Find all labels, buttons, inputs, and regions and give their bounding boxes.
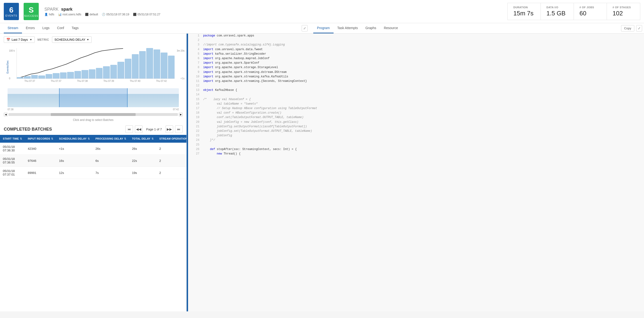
bar-20 [161, 53, 167, 79]
success-badge: S SUCCESS [24, 3, 39, 20]
stat-value: 102 [612, 10, 634, 17]
right-tab-program[interactable]: Program [313, 23, 334, 33]
bar-chart: Events/Sec 100 k 0 3m 20s <1s Thu 07:37T… [0, 46, 186, 88]
line-code: val jobConfig = new JobConf(conf, this.g… [203, 120, 298, 124]
bar-15 [125, 59, 131, 79]
x-axis: Thu 07:37Thu 07:37Thu 07:38Thu 07:39Thu … [16, 79, 174, 82]
col-header-processing-delay[interactable]: PROCESSING DELAY⇅ [92, 135, 129, 143]
overview-selection [59, 88, 128, 107]
line-number: 7 [190, 61, 200, 65]
left-tab-errors[interactable]: Errors [22, 23, 38, 33]
bar-10 [89, 69, 96, 79]
stat-value: 60 [580, 10, 601, 17]
line-code: conf.set(TableOutputFormat.OUTPUT_TABLE,… [203, 115, 304, 120]
bar-2 [31, 75, 38, 79]
code-line: 3//import com.typesafe.scalalogging.slf4… [188, 43, 644, 47]
line-code: jobConfig [203, 133, 232, 138]
namespace-icon: ⬛ [85, 13, 88, 16]
line-code: }*/ [203, 138, 215, 142]
x-label-5: Thu 07:42 [156, 80, 167, 82]
line-code: import kafka.serializer.StringDecoder [203, 52, 266, 56]
cell-r1-c5: 2 [156, 155, 186, 167]
scroll-left-button[interactable]: ◀ [4, 113, 8, 116]
y-axis-label: Events/Sec [6, 60, 9, 74]
col-header-stream-operations[interactable]: STREAM OPERATIONS⇅ [156, 135, 186, 143]
scheduling-delay-button[interactable]: SCHEDULING DELAY ▼ [52, 37, 92, 43]
line-number: 8 [190, 65, 200, 70]
left-tab-tags[interactable]: Tags [68, 23, 82, 33]
copy-button[interactable]: Copy [621, 25, 634, 32]
left-tab-conf[interactable]: Conf [54, 23, 68, 33]
scroll-right-button[interactable]: ▶ [179, 113, 182, 116]
code-line: 5import kafka.serializer.StringDecoder [188, 52, 644, 56]
line-number: 6 [190, 56, 200, 61]
line-number: 10 [190, 75, 200, 79]
line-code: jobConfig.set(TableOutputFormat.OUTPUT_T… [203, 129, 312, 133]
events-count: 6 [9, 6, 14, 14]
line-code: new Thread() { [203, 152, 240, 156]
sort-icon: ⇅ [124, 137, 126, 140]
col-header-total-delay[interactable]: TOTAL DELAY⇅ [129, 135, 156, 143]
date-range-label: Last 7 Days [12, 38, 28, 41]
bars-container [16, 48, 174, 79]
left-expand-button[interactable]: ⤢ [302, 25, 308, 32]
main-tabs-bar: StreamErrorsLogsConfTags ⤢ ProgramTask A… [0, 23, 644, 34]
scroll-thumb[interactable] [51, 113, 136, 116]
right-tab-resource[interactable]: Resource [380, 23, 402, 33]
namespace: default [90, 13, 98, 16]
stat-box: DURATION15m 7s [508, 3, 541, 20]
bar-17 [139, 51, 146, 79]
overview-left-label: 07:38 [8, 108, 14, 111]
user-info: 👤 hdfs [44, 13, 54, 16]
cell-r1-c4: 22s [129, 155, 156, 167]
col-header-input-records[interactable]: INPUT RECORDS⇅ [25, 135, 56, 143]
line-number: 13 [190, 88, 200, 92]
code-line: 7import org.apache.spark.SparkConf [188, 61, 644, 65]
right-expand-button[interactable]: ⤢ [636, 25, 642, 32]
stat-label: DATA I/O [546, 6, 568, 9]
stat-box: DATA I/O1.5 GB [541, 3, 574, 20]
x-label-4: Thu 07:40 [130, 80, 140, 82]
col-header-scheduling-delay[interactable]: SCHEDULING DELAY⇅ [56, 135, 92, 143]
date-range-button[interactable]: 📅 Last 7 Days ▼ [4, 37, 35, 43]
cell-r2-c3: 7s [92, 167, 129, 179]
overview-section: 07:38 07:42 [4, 88, 182, 112]
col-header-start-time[interactable]: START TIME⇅ [0, 135, 25, 143]
code-line: 13object Kafka2Hbase { [188, 88, 644, 92]
left-tab-logs[interactable]: Logs [38, 23, 53, 33]
line-code: def stopAfter(ssc: StreamingContext, sec… [203, 147, 297, 152]
code-line: 21 jobConfig.setOutputFormat(classOf[Tab… [188, 124, 644, 129]
start-time-info: 🕐 05/31/18 07:36:19 [102, 13, 129, 16]
first-page-button[interactable]: ⏮ [126, 125, 133, 133]
success-label: SUCCESS [24, 15, 38, 17]
right-tab-graphs[interactable]: Graphs [362, 23, 380, 33]
right-tabs: ProgramTask AttemptsGraphsResource [310, 23, 406, 33]
cell-r2-c1: 89991 [25, 167, 56, 179]
stat-value: 15m 7s [513, 10, 535, 17]
bar-14 [118, 62, 124, 79]
last-page-button[interactable]: ⏭ [175, 125, 182, 133]
app-name-row: SPARK spark [44, 7, 160, 12]
namespace-info: ⬛ default [85, 13, 98, 16]
code-line: 2 [188, 38, 644, 43]
right-panel: 1package com.unravel.spark.apps23//impor… [187, 34, 644, 311]
cell-r1-c3: 6s [92, 155, 129, 167]
overview-chart[interactable] [8, 88, 179, 107]
code-line: 19 conf.set(TableOutputFormat.OUTPUT_TAB… [188, 115, 644, 120]
chevron-down-icon: ▼ [30, 38, 32, 41]
right-tab-task-attempts[interactable]: Task Attempts [334, 23, 362, 33]
code-line: 18 val conf = HBaseConfiguration.create(… [188, 111, 644, 115]
overview-right-label: 07:42 [173, 108, 179, 111]
overview-labels: 07:38 07:42 [4, 107, 182, 112]
cell-r0-c0: 05/31/18 07:36:30 [0, 143, 25, 155]
line-number: 21 [190, 124, 200, 129]
prev-page-button[interactable]: ◀◀ [135, 125, 142, 133]
next-page-button[interactable]: ▶▶ [166, 125, 173, 133]
stat-box: # OF STAGES102 [607, 3, 640, 20]
chart-controls: 📅 Last 7 Days ▼ METRIC SCHEDULING DELAY … [0, 34, 186, 46]
code-line: 9import org.apache.spark.streaming.dstre… [188, 70, 644, 75]
left-tab-stream[interactable]: Stream [4, 23, 22, 33]
bar-9 [82, 70, 88, 79]
cell-r0-c3: 26s [92, 143, 129, 155]
cell-r2-c0: 05/31/18 07:37:01 [0, 167, 25, 179]
